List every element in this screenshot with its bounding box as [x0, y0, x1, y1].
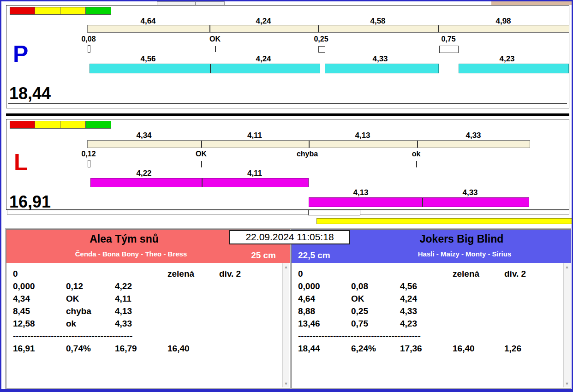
- segment-divider: [202, 178, 203, 187]
- result-cell: OK: [66, 294, 115, 306]
- result-cell: [504, 281, 562, 294]
- caution-bar: [316, 218, 572, 224]
- l-dog-time-label: 4,22: [116, 169, 172, 178]
- result-cell: 1,26: [504, 344, 562, 356]
- result-cell: div. 2: [504, 269, 562, 281]
- p-dog-time-label: 4,24: [236, 54, 291, 64]
- team-right-scrollbar[interactable]: ▲ ▼: [563, 263, 570, 387]
- result-cell: 0,75: [351, 319, 400, 331]
- result-cell: [219, 281, 281, 294]
- lane-l-panel: L 4,34 4,11 4,13 4,33 0,12 OK chyba ok 4…: [6, 119, 569, 210]
- scroll-up-icon[interactable]: ▲: [564, 265, 570, 269]
- p-dog-run-bar: [459, 64, 569, 73]
- result-cell: [453, 319, 504, 331]
- team-left-members: Čenda - Bona Bony - Theo - Bress: [25, 250, 237, 258]
- l-change-marker-label: 0,12: [63, 150, 114, 158]
- result-cell: OK: [351, 294, 400, 306]
- p-change-marker-label: 0,25: [296, 35, 346, 43]
- result-row: 0 zelená div. 2: [298, 269, 562, 281]
- result-cell: ok: [66, 319, 115, 331]
- lane-l-label: L: [14, 151, 28, 174]
- result-row: 8,45 chyba 4,13: [13, 306, 281, 319]
- result-cell: [453, 306, 504, 319]
- result-cell: 0: [13, 269, 66, 281]
- results-separator: ----------------------------------------…: [298, 331, 562, 344]
- result-cell: 0,000: [298, 281, 351, 294]
- p-split-bar: [87, 25, 569, 33]
- lane-p-label: P: [13, 42, 28, 65]
- result-cell: [351, 269, 400, 281]
- result-cell: div. 2: [219, 269, 281, 281]
- result-cell: zelená: [167, 269, 219, 281]
- result-cell: 0: [298, 269, 351, 281]
- segment-divider: [210, 64, 211, 73]
- team-right-name: Jokers Big Blind: [352, 233, 572, 245]
- lane-p-rule: [8, 103, 567, 104]
- light-green-icon: [86, 7, 111, 15]
- l-dog-run-bar: [309, 197, 529, 207]
- light-red-icon: [10, 7, 35, 15]
- result-row: 4,34 OK 4,11: [13, 294, 281, 306]
- team-right-jump-height: 22,5 cm: [298, 250, 330, 261]
- result-cell: [504, 294, 562, 306]
- p-split-time-label: 4,58: [350, 17, 406, 26]
- segment-divider: [417, 141, 418, 148]
- scroll-down-icon[interactable]: ▼: [564, 381, 570, 386]
- result-cell: 16,91: [13, 344, 66, 356]
- result-cell: 4,34: [13, 294, 66, 306]
- light-yellow-icon: [60, 121, 86, 129]
- team-left-jump-height: 25 cm: [251, 250, 276, 261]
- result-cell: 18,44: [298, 344, 351, 356]
- p-dog-time-label: 4,23: [479, 54, 535, 64]
- result-cell: [219, 306, 281, 319]
- result-cell: 4,13: [115, 306, 167, 319]
- result-cell: 8,45: [13, 306, 66, 319]
- light-yellow-icon: [35, 121, 60, 129]
- result-row: 4,64 OK 4,24: [298, 294, 562, 306]
- result-cell: 4,64: [298, 294, 351, 306]
- scroll-down-icon[interactable]: ▼: [283, 381, 289, 386]
- result-cell: 4,11: [115, 294, 167, 306]
- l-change-marker-label: OK: [176, 150, 227, 158]
- result-cell: [167, 319, 219, 331]
- result-cell: [167, 281, 219, 294]
- result-cell: 17,36: [400, 344, 453, 356]
- result-cell: zelená: [453, 269, 504, 281]
- result-cell: 16,40: [453, 344, 504, 356]
- team-left-results: 0 zelená div. 2 0,000 0,12 4,22 4,34 OK …: [6, 263, 290, 388]
- timeline-strip: [7, 210, 569, 215]
- light-yellow-icon: [60, 7, 86, 15]
- segment-divider: [318, 25, 319, 32]
- result-cell: [400, 269, 453, 281]
- datetime-display: 22.09.2024 11:05:18: [229, 230, 350, 244]
- team-right-results: 0 zelená div. 2 0,000 0,08 4,56 4,64 OK …: [292, 263, 571, 388]
- result-cell: [504, 306, 562, 319]
- lane-l-total-time: 16,91: [9, 193, 51, 211]
- p-dog-time-label: 4,56: [120, 54, 176, 64]
- scroll-up-icon[interactable]: ▲: [283, 265, 289, 269]
- result-cell: [167, 294, 219, 306]
- l-split-time-label: 4,33: [446, 131, 501, 140]
- result-cell: 0,08: [351, 281, 400, 294]
- result-cell: [167, 306, 219, 319]
- result-cell: 4,33: [115, 319, 167, 331]
- team-left-scrollbar[interactable]: ▲ ▼: [282, 263, 289, 387]
- lane-p-panel: P 4,64 4,24 4,58 4,98 0,08 OK 0,25 0,75 …: [6, 5, 569, 108]
- result-cell: 4,33: [400, 306, 453, 319]
- result-cell: 16,79: [115, 344, 167, 356]
- lane-p-start-lights: [10, 7, 111, 15]
- result-row: 8,88 0,25 4,33: [298, 306, 562, 319]
- team-left-panel: Alea Tým snů Čenda - Bona Bony - Theo - …: [6, 229, 290, 388]
- p-dog-run-bar: [325, 64, 439, 73]
- result-cell: chyba: [66, 306, 115, 319]
- segment-divider: [209, 25, 210, 32]
- l-change-marker-label: ok: [391, 150, 442, 158]
- result-cell: 16,40: [167, 344, 219, 356]
- result-cell: 13,46: [298, 319, 351, 331]
- result-cell: 6,24%: [351, 344, 400, 356]
- team-right-panel: Jokers Big Blind Hasli - Maizy - Monty -…: [291, 229, 571, 388]
- segment-divider: [201, 141, 202, 148]
- segment-divider: [309, 141, 310, 148]
- result-cell: [115, 269, 167, 281]
- p-early-change-box: [318, 46, 325, 53]
